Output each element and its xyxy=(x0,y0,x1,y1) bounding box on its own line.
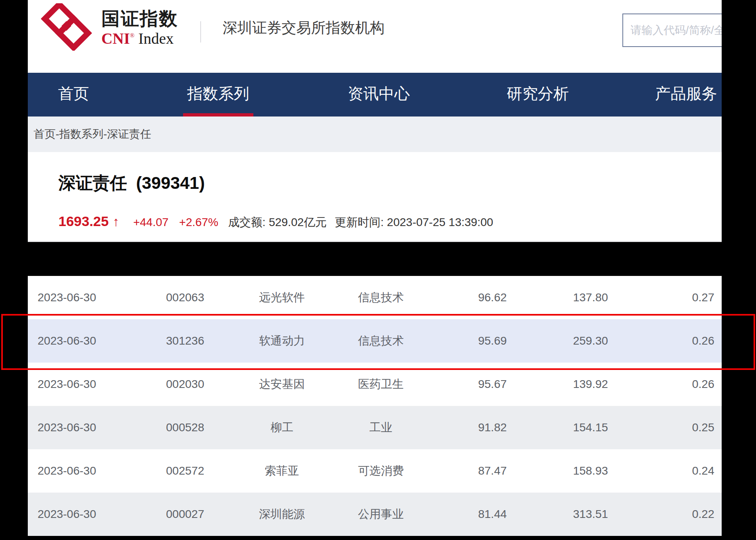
table-row[interactable]: 2023-06-30 002063 远光软件 信息技术 96.62 137.80… xyxy=(28,276,722,319)
cell-sector: 医药卫生 xyxy=(329,376,433,392)
nav-label: 资讯中心 xyxy=(348,85,410,102)
cell-code: 002572 xyxy=(135,464,235,477)
cell-name: 远光软件 xyxy=(235,290,329,305)
nav-item-news[interactable]: 资讯中心 xyxy=(348,73,410,117)
cell-value1: 95.67 xyxy=(433,378,552,391)
cell-date: 2023-06-30 xyxy=(28,464,135,477)
up-arrow-icon: ↑ xyxy=(113,214,119,229)
table-row[interactable]: 2023-06-30 000528 柳工 工业 91.82 154.15 0.2… xyxy=(28,406,722,449)
top-banner: 国证指数 CNI® Index 深圳证券交易所指数机构 xyxy=(28,0,722,73)
index-price: 1693.25 xyxy=(58,213,109,229)
cni-logo-icon xyxy=(41,3,94,51)
banner-divider xyxy=(200,21,201,43)
registered-mark: ® xyxy=(130,32,134,39)
cell-value2: 139.92 xyxy=(552,378,629,391)
cell-value2: 154.15 xyxy=(552,421,629,434)
price-change-percent: +2.67% xyxy=(179,216,218,229)
quote-row: 1693.25 ↑ +44.07 +2.67% 成交额: 529.02亿元 更新… xyxy=(58,213,493,230)
breadcrumb[interactable]: 首页-指数系列-深证责任 xyxy=(28,117,722,152)
highlight-annotation-box xyxy=(1,314,755,370)
index-code: (399341) xyxy=(136,173,205,193)
price-change: +44.07 xyxy=(133,216,168,229)
main-nav: 首页 指数系列 资讯中心 研究分析 产品服务 xyxy=(28,73,722,117)
cell-value1: 96.62 xyxy=(433,291,552,304)
cell-name: 索菲亚 xyxy=(235,463,329,479)
search-input[interactable] xyxy=(622,13,722,47)
cell-value3: 0.24 xyxy=(629,464,722,477)
brand-name-cn: 国证指数 xyxy=(101,7,178,31)
cell-value3: 0.25 xyxy=(629,421,722,434)
cell-sector: 可选消费 xyxy=(329,463,433,479)
cell-date: 2023-06-30 xyxy=(28,421,135,434)
cell-code: 000027 xyxy=(135,508,235,521)
page-title: 深证责任(399341) xyxy=(58,172,205,195)
nav-label: 产品服务 xyxy=(655,85,717,102)
cell-value2: 158.93 xyxy=(552,464,629,477)
cell-code: 002063 xyxy=(135,291,235,304)
index-name: 深证责任 xyxy=(58,173,127,193)
cell-name: 柳工 xyxy=(235,420,329,435)
cell-value3: 0.27 xyxy=(629,291,722,304)
cell-date: 2023-06-30 xyxy=(28,291,135,304)
turnover-text: 成交额: 529.02亿元 xyxy=(228,215,327,230)
update-time-text: 更新时间: 2023-07-25 13:39:00 xyxy=(335,215,493,230)
cell-value3: 0.26 xyxy=(629,378,722,391)
cell-sector: 工业 xyxy=(329,420,433,435)
index-header-section: 深证责任(399341) 1693.25 ↑ +44.07 +2.67% 成交额… xyxy=(28,152,722,241)
cell-value1: 87.47 xyxy=(433,464,552,477)
nav-label: 首页 xyxy=(58,85,89,102)
table-row[interactable]: 2023-06-30 000027 深圳能源 公用事业 81.44 313.51… xyxy=(28,493,722,536)
cell-code: 000528 xyxy=(135,421,235,434)
nav-item-home[interactable]: 首页 xyxy=(58,73,89,117)
cell-value1: 81.44 xyxy=(433,508,552,521)
cell-date: 2023-06-30 xyxy=(28,508,135,521)
cell-name: 深圳能源 xyxy=(235,506,329,522)
cell-name: 达安基因 xyxy=(235,376,329,392)
cell-value1: 91.82 xyxy=(433,421,552,434)
cell-value2: 137.80 xyxy=(552,291,629,304)
cell-code: 002030 xyxy=(135,378,235,391)
nav-label: 指数系列 xyxy=(187,85,249,102)
cell-date: 2023-06-30 xyxy=(28,378,135,391)
brand-name-en: CNI® Index xyxy=(101,29,174,47)
brand-cni: CNI xyxy=(101,30,130,47)
cell-value3: 0.22 xyxy=(629,508,722,521)
cell-sector: 信息技术 xyxy=(329,290,433,305)
nav-item-indices[interactable]: 指数系列 xyxy=(187,73,249,117)
nav-item-research[interactable]: 研究分析 xyxy=(507,73,569,117)
table-row[interactable]: 2023-06-30 002572 索菲亚 可选消费 87.47 158.93 … xyxy=(28,449,722,493)
brand-index-word: Index xyxy=(139,30,174,47)
active-nav-underline xyxy=(183,113,253,117)
nav-label: 研究分析 xyxy=(507,85,569,102)
organization-name: 深圳证券交易所指数机构 xyxy=(223,18,385,38)
cell-value2: 313.51 xyxy=(552,508,629,521)
nav-item-products[interactable]: 产品服务 xyxy=(655,73,717,117)
page-header: 国证指数 CNI® Index 深圳证券交易所指数机构 首页 指数系列 资讯中心… xyxy=(28,0,722,242)
cell-sector: 公用事业 xyxy=(329,506,433,522)
